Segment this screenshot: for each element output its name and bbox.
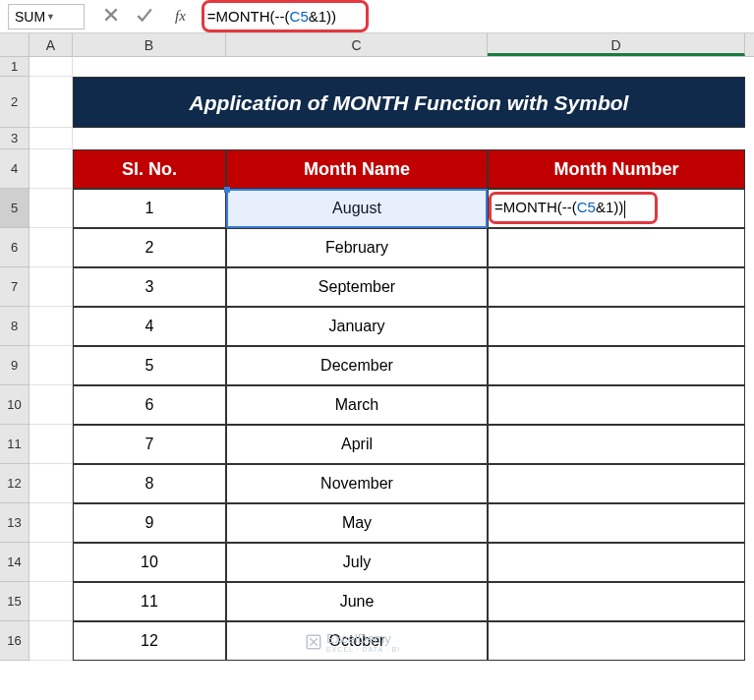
header-sl: Sl. No.: [73, 149, 226, 189]
chevron-down-icon[interactable]: ▼: [46, 12, 78, 22]
cell-A14[interactable]: [29, 543, 73, 582]
cell-A7[interactable]: [29, 267, 73, 307]
cell-month-name[interactable]: January: [226, 307, 488, 346]
cell-A10[interactable]: [29, 385, 73, 425]
cell-D3[interactable]: [488, 128, 745, 149]
cell-A6[interactable]: [29, 228, 73, 267]
row-header-2[interactable]: 2: [0, 77, 29, 128]
cell-sl[interactable]: 4: [73, 307, 226, 346]
cell-month-name[interactable]: May: [226, 503, 488, 543]
cell-A2[interactable]: [29, 77, 73, 128]
row-header-15[interactable]: 15: [0, 582, 29, 621]
cell-sl[interactable]: 5: [73, 346, 226, 385]
cell-month-num[interactable]: [488, 582, 745, 621]
cell-A9[interactable]: [29, 346, 73, 385]
col-header-C[interactable]: C: [226, 33, 488, 56]
row-header-5[interactable]: 5: [0, 189, 29, 228]
header-num: Month Number: [488, 149, 745, 189]
row-header-4[interactable]: 4: [0, 149, 29, 189]
row-header-1[interactable]: 1: [0, 57, 29, 77]
watermark: ExcelDemy EXCEL · DATA · BI: [305, 631, 400, 653]
name-box[interactable]: SUM ▼: [8, 4, 85, 29]
row-header-16[interactable]: 16: [0, 621, 29, 661]
row-header-8[interactable]: 8: [0, 307, 29, 346]
cell-sl[interactable]: 1: [73, 189, 226, 228]
cell-sl[interactable]: 7: [73, 425, 226, 464]
row-header-11[interactable]: 11: [0, 425, 29, 464]
row-header-3[interactable]: 3: [0, 128, 29, 149]
col-header-D[interactable]: D: [488, 33, 745, 56]
formula-suffix: )): [613, 199, 623, 215]
cell-sl[interactable]: 10: [73, 543, 226, 582]
row-header-9[interactable]: 9: [0, 346, 29, 385]
cell-month-num[interactable]: [488, 385, 745, 425]
cell-A8[interactable]: [29, 307, 73, 346]
row-header-12[interactable]: 12: [0, 464, 29, 503]
row-10: 10 6 March: [0, 385, 754, 425]
cell-month-name[interactable]: March: [226, 385, 488, 425]
cell-sl[interactable]: 12: [73, 621, 226, 661]
select-all-corner[interactable]: [0, 33, 29, 56]
spreadsheet-grid: 1 2 Application of MONTH Function with S…: [0, 57, 754, 661]
fx-icon[interactable]: fx: [169, 8, 192, 25]
cell-month-num[interactable]: [488, 228, 745, 267]
cell-A16[interactable]: [29, 621, 73, 661]
formula-bar-buttons: fx: [92, 6, 202, 28]
cell-sl[interactable]: 11: [73, 582, 226, 621]
row-header-6[interactable]: 6: [0, 228, 29, 267]
cell-month-name[interactable]: September: [226, 267, 488, 307]
formula-ref: C5: [577, 199, 596, 215]
row-header-10[interactable]: 10: [0, 385, 29, 425]
cell-B3[interactable]: [73, 128, 226, 149]
cell-D1[interactable]: [488, 57, 745, 77]
cell-sl[interactable]: 8: [73, 464, 226, 503]
cell-month-name[interactable]: June: [226, 582, 488, 621]
cell-month-name[interactable]: February: [226, 228, 488, 267]
formula-input[interactable]: =MONTH(--(C5&1)): [202, 2, 754, 31]
col-header-B[interactable]: B: [73, 33, 226, 56]
cell-month-num[interactable]: [488, 425, 745, 464]
row-14: 14 10 July: [0, 543, 754, 582]
formula-amp: &: [309, 8, 319, 25]
cell-month-num[interactable]: [488, 621, 745, 661]
col-header-A[interactable]: A: [29, 33, 73, 56]
cell-A4[interactable]: [29, 149, 73, 189]
cell-A5[interactable]: [29, 189, 73, 228]
cell-month-num[interactable]: [488, 503, 745, 543]
cell-month-name[interactable]: December: [226, 346, 488, 385]
cell-A15[interactable]: [29, 582, 73, 621]
logo-icon: [305, 633, 322, 651]
cell-sl[interactable]: 6: [73, 385, 226, 425]
cell-A3[interactable]: [29, 128, 73, 149]
cell-C1[interactable]: [226, 57, 488, 77]
formula-bar: SUM ▼ fx =MONTH(--(C5&1)): [0, 0, 754, 33]
cell-month-name[interactable]: April: [226, 425, 488, 464]
cell-month-num[interactable]: [488, 267, 745, 307]
cell-month-num[interactable]: [488, 464, 745, 503]
title-banner: Application of MONTH Function with Symbo…: [73, 77, 745, 128]
cell-month-name[interactable]: November: [226, 464, 488, 503]
cell-sl[interactable]: 2: [73, 228, 226, 267]
cell-A1[interactable]: [29, 57, 73, 77]
formula-text: =MONTH(--(: [494, 199, 577, 215]
row-7: 7 3 September: [0, 267, 754, 307]
cell-C3[interactable]: [226, 128, 488, 149]
cell-month-name[interactable]: July: [226, 543, 488, 582]
enter-icon[interactable]: [136, 6, 153, 28]
cell-A13[interactable]: [29, 503, 73, 543]
cell-sl[interactable]: 3: [73, 267, 226, 307]
row-header-13[interactable]: 13: [0, 503, 29, 543]
cell-editing[interactable]: =MONTH(--(C5&1)): [488, 189, 745, 228]
cell-month-name[interactable]: August: [226, 189, 488, 228]
cancel-icon[interactable]: [102, 6, 120, 28]
cell-sl[interactable]: 9: [73, 503, 226, 543]
cell-A12[interactable]: [29, 464, 73, 503]
cell-B1[interactable]: [73, 57, 226, 77]
cell-month-num[interactable]: [488, 346, 745, 385]
row-header-14[interactable]: 14: [0, 543, 29, 582]
row-header-7[interactable]: 7: [0, 267, 29, 307]
cell-month-num[interactable]: [488, 307, 745, 346]
row-5: 5 1 August =MONTH(--(C5&1)): [0, 189, 754, 228]
cell-A11[interactable]: [29, 425, 73, 464]
cell-month-num[interactable]: [488, 543, 745, 582]
